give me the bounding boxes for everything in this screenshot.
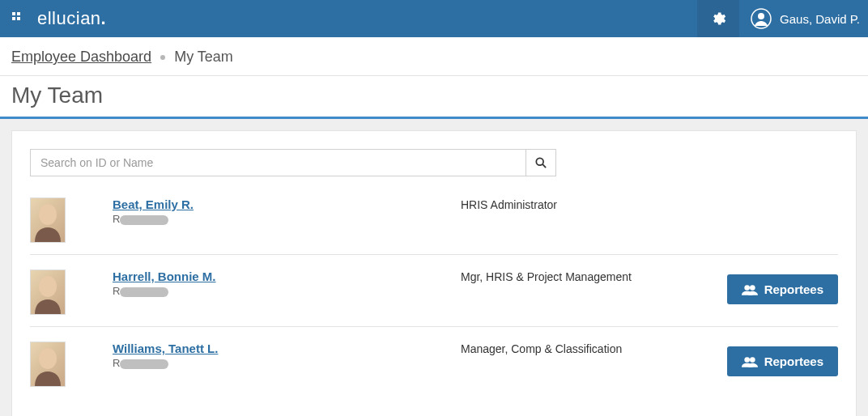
- action-col: Reportees: [671, 270, 838, 304]
- user-avatar-icon: [751, 8, 772, 29]
- team-row: Beat, Emily R.RHRIS Administrator: [30, 197, 838, 255]
- settings-button[interactable]: [697, 0, 739, 37]
- search-button[interactable]: [525, 149, 556, 176]
- svg-point-14: [750, 357, 755, 363]
- username-label: Gaus, David P.: [780, 12, 860, 26]
- action-col: Reportees: [671, 342, 838, 376]
- content-wrap: Beat, Emily R.RHRIS AdministratorHarrell…: [0, 119, 868, 416]
- svg-point-10: [744, 285, 750, 291]
- svg-point-11: [750, 285, 755, 291]
- svg-rect-1: [17, 12, 20, 15]
- svg-point-6: [536, 158, 543, 165]
- svg-point-13: [744, 357, 750, 363]
- page-title: My Team: [0, 76, 868, 117]
- team-list: Beat, Emily R.RHRIS AdministratorHarrell…: [30, 197, 838, 398]
- search-icon: [535, 157, 547, 168]
- avatar: [30, 270, 66, 315]
- brand-logo: ellucian.: [37, 8, 106, 29]
- employee-title: HRIS Administrator: [461, 197, 671, 212]
- breadcrumb-separator: [160, 55, 165, 60]
- team-row: Harrell, Bonnie M.RMgr, HRIS & Project M…: [30, 270, 838, 327]
- gear-icon: [710, 11, 726, 27]
- employee-info: Williams, Tanett L.R: [113, 342, 461, 369]
- employee-name-link[interactable]: Beat, Emily R.: [113, 197, 194, 211]
- svg-rect-2: [12, 17, 15, 20]
- employee-info: Harrell, Bonnie M.R: [113, 270, 461, 297]
- top-bar: ellucian. Gaus, David P.: [0, 0, 868, 37]
- svg-rect-0: [12, 12, 15, 15]
- svg-rect-3: [17, 17, 20, 20]
- breadcrumb: Employee Dashboard My Team: [0, 37, 868, 76]
- team-row: Williams, Tanett L.RManager, Comp & Clas…: [30, 342, 838, 398]
- redacted-id: [120, 359, 168, 369]
- svg-point-8: [39, 204, 57, 225]
- search-input[interactable]: [30, 149, 525, 176]
- redacted-id: [120, 215, 168, 225]
- employee-id: R: [113, 285, 461, 297]
- action-col: [671, 197, 838, 202]
- employee-name-link[interactable]: Williams, Tanett L.: [113, 342, 218, 355]
- apps-icon[interactable]: [10, 12, 28, 25]
- avatar: [30, 342, 66, 387]
- svg-point-12: [39, 348, 57, 369]
- search-bar: [30, 149, 838, 176]
- employee-name-link[interactable]: Harrell, Bonnie M.: [113, 270, 216, 283]
- user-menu[interactable]: Gaus, David P.: [739, 8, 868, 29]
- svg-line-7: [542, 164, 546, 168]
- employee-info: Beat, Emily R.R: [113, 197, 461, 225]
- employee-id: R: [113, 357, 461, 369]
- svg-point-5: [758, 13, 764, 19]
- team-panel: Beat, Emily R.RHRIS AdministratorHarrell…: [11, 130, 857, 416]
- redacted-id: [120, 287, 168, 297]
- people-icon: [742, 284, 758, 295]
- employee-id: R: [113, 213, 461, 225]
- breadcrumb-link[interactable]: Employee Dashboard: [11, 49, 151, 65]
- people-icon: [742, 356, 758, 367]
- svg-point-9: [39, 276, 57, 297]
- reportees-button[interactable]: Reportees: [727, 274, 838, 304]
- employee-title: Manager, Comp & Classification: [461, 342, 671, 356]
- employee-title: Mgr, HRIS & Project Management: [461, 270, 671, 284]
- reportees-button[interactable]: Reportees: [727, 346, 838, 376]
- breadcrumb-current: My Team: [174, 49, 233, 65]
- avatar: [30, 197, 66, 243]
